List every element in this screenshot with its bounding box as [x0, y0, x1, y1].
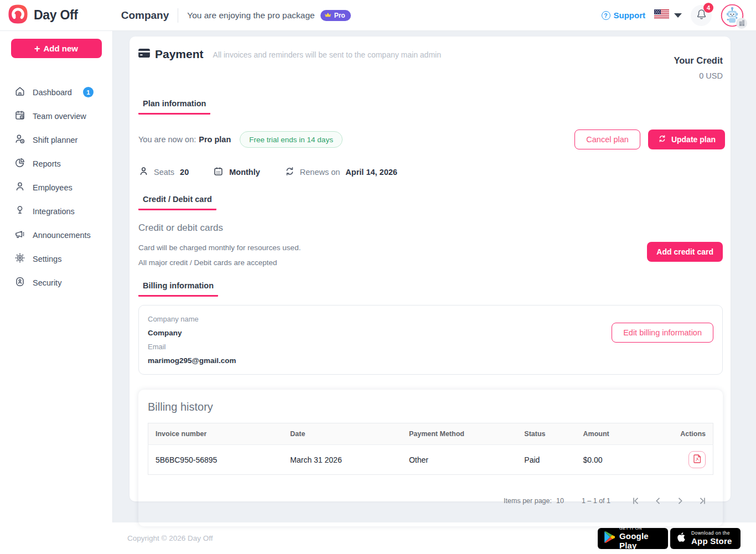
- megaphone-icon: [14, 229, 25, 241]
- package-note: You are enjoying the pro package: [187, 11, 314, 20]
- company-nav-label: Company: [121, 9, 169, 22]
- language-selector[interactable]: [654, 9, 682, 22]
- renews-date: April 14, 2026: [345, 168, 397, 177]
- home-icon: [14, 86, 25, 99]
- update-plan-label: Update plan: [671, 135, 716, 144]
- copyright-text: Copyright © 2026 Day Off: [127, 534, 213, 542]
- billing-information-box: Company name Company Email marimog295@gm…: [138, 305, 723, 375]
- items-per-page-select[interactable]: 10: [556, 497, 564, 505]
- next-page-button[interactable]: [669, 490, 691, 512]
- cards-note-2: All major credit / Debit cards are accep…: [138, 258, 301, 267]
- sidebar-item-label: Team overview: [33, 112, 86, 121]
- seats-person-icon: [138, 166, 149, 178]
- first-page-button[interactable]: [625, 490, 647, 512]
- table-header-row: Invoice number Date Payment Method Statu…: [148, 423, 713, 445]
- crown-icon: [324, 12, 332, 19]
- support-label: Support: [614, 11, 646, 20]
- email-value: marimog295@gmail.com: [148, 356, 236, 365]
- calendar-small-icon: [213, 166, 224, 178]
- email-label: Email: [148, 343, 236, 351]
- seats-stat: Seats 20: [138, 166, 189, 178]
- pro-badge: Pro: [320, 10, 351, 21]
- download-pdf-button[interactable]: [688, 451, 706, 468]
- person-clock-icon: [14, 133, 25, 146]
- add-credit-card-button[interactable]: Add credit card: [647, 242, 723, 262]
- google-play-icon: [603, 531, 615, 546]
- chevron-down-icon: [674, 13, 682, 18]
- app-store-badge[interactable]: Download on the App Store: [670, 528, 741, 549]
- previous-page-button[interactable]: [647, 490, 669, 512]
- dashboard-count-badge: 1: [83, 87, 94, 97]
- your-credit-title: Your Credit: [674, 55, 723, 66]
- pie-chart-icon: [14, 157, 25, 170]
- apple-icon: [676, 531, 687, 546]
- plus-icon: +: [34, 44, 40, 54]
- sidebar-item-dashboard[interactable]: Dashboard 1: [0, 80, 112, 104]
- company-name-label: Company name: [148, 315, 236, 323]
- add-new-label: Add new: [44, 44, 79, 53]
- content-area: Payment All invoices and reminders will …: [113, 31, 756, 522]
- billing-history-card: Billing history Invoice number Date Paym…: [138, 390, 723, 526]
- gear-icon: [14, 252, 25, 265]
- sidebar-item-label: Employees: [33, 183, 73, 192]
- cards-note-1: Card will be charged monthly for resourc…: [138, 244, 301, 252]
- payment-card: Payment All invoices and reminders will …: [130, 37, 731, 501]
- notifications-button[interactable]: 4: [691, 5, 712, 26]
- google-play-bottom-text: Google Play: [619, 531, 662, 551]
- calendar-icon: [14, 110, 25, 122]
- amount-cell: $0.00: [576, 445, 674, 475]
- sidebar-item-integrations[interactable]: Integrations: [0, 199, 112, 223]
- sidebar-item-label: Settings: [33, 255, 61, 263]
- renews-label: Renews on: [300, 168, 340, 177]
- refresh-icon: [284, 166, 295, 178]
- sidebar-item-settings[interactable]: Settings: [0, 247, 112, 271]
- google-play-top-text: GET IT ON: [619, 526, 662, 531]
- tab-plan-information[interactable]: Plan information: [138, 99, 210, 115]
- app-store-top-text: Download on the: [691, 531, 732, 536]
- sidebar-item-label: Shift planner: [33, 136, 77, 144]
- logo-text: Day Off: [34, 8, 78, 23]
- add-new-button[interactable]: + Add new: [11, 39, 102, 58]
- billing-cycle-value: Monthly: [229, 168, 260, 177]
- sidebar-item-employees[interactable]: Employees: [0, 175, 112, 199]
- sidebar-item-announcements[interactable]: Announcements: [0, 223, 112, 247]
- billing-history-title: Billing history: [148, 401, 713, 413]
- tab-credit-debit-card[interactable]: Credit / Debit card: [138, 195, 216, 210]
- payment-method-cell: Other: [402, 445, 517, 475]
- app-logo[interactable]: Day Off: [8, 4, 78, 27]
- billing-history-table: Invoice number Date Payment Method Statu…: [148, 423, 713, 475]
- person-icon: [14, 181, 25, 194]
- credit-card-icon: [138, 49, 150, 60]
- last-page-button[interactable]: [691, 490, 713, 512]
- paginator: Items per page: 10 1 – 1 of 1: [148, 490, 713, 512]
- us-flag-icon: [654, 9, 669, 22]
- edit-billing-information-button[interactable]: Edit billing information: [612, 323, 713, 343]
- trial-badge: Free trial ends in 14 days: [240, 131, 343, 148]
- notification-count-badge: 4: [703, 3, 713, 13]
- update-plan-button[interactable]: Update plan: [648, 130, 725, 149]
- tab-billing-information[interactable]: Billing information: [138, 281, 218, 297]
- footer: Copyright © 2026 Day Off GET IT ON Googl…: [0, 522, 756, 554]
- col-date: Date: [283, 423, 402, 445]
- shield-icon: [14, 276, 25, 289]
- col-invoice-number: Invoice number: [148, 423, 283, 445]
- sidebar-item-security[interactable]: Security: [0, 271, 112, 294]
- company-name-value: Company: [148, 329, 236, 337]
- date-cell: March 31 2026: [283, 445, 402, 475]
- sidebar-item-shift-planner[interactable]: Shift planner: [0, 128, 112, 152]
- plan-name: Pro plan: [199, 135, 231, 144]
- page-title: Payment: [155, 48, 204, 61]
- account-avatar[interactable]: [721, 4, 744, 27]
- support-link[interactable]: ? Support: [602, 11, 646, 20]
- plug-icon: [14, 205, 25, 218]
- sidebar-item-label: Dashboard: [33, 88, 72, 97]
- sidebar-item-reports[interactable]: Reports: [0, 152, 112, 175]
- col-payment-method: Payment Method: [402, 423, 517, 445]
- google-play-badge[interactable]: GET IT ON Google Play: [598, 528, 668, 549]
- col-status: Status: [517, 423, 576, 445]
- cards-heading: Credit or debit cards: [138, 222, 731, 234]
- invoice-number-cell: 5B6BC950-56895: [148, 445, 283, 475]
- seats-value: 20: [180, 168, 189, 177]
- sidebar-item-team-overview[interactable]: Team overview: [0, 104, 112, 128]
- cancel-plan-button[interactable]: Cancel plan: [574, 130, 640, 149]
